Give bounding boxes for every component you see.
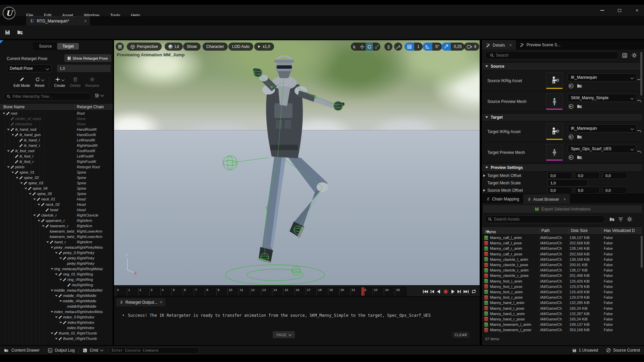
- filter-options-button[interactable]: [95, 93, 103, 98]
- chevron-down-icon[interactable]: [41, 78, 45, 81]
- bone-tree-row[interactable]: pinky_03_r RightPinky: [0, 261, 113, 266]
- timeline-strip[interactable]: 0123456789101112131415161718192021222324…: [115, 287, 407, 296]
- play-reverse-button[interactable]: [437, 289, 440, 294]
- asset-row[interactable]: Manny_clavicle_r_anim /All/Game/Ch 138,1…: [482, 267, 640, 273]
- tab-preview-scene-settings[interactable]: Preview Scene S...: [516, 40, 565, 50]
- playback-speed-button[interactable]: x1,0: [254, 43, 274, 51]
- folder-filter-icon[interactable]: [609, 217, 615, 222]
- target-ikrig-dropdown[interactable]: IK_Mannequin: [568, 124, 636, 132]
- ikrig-thumbnail[interactable]: [546, 123, 563, 140]
- scale-snap-control[interactable]: 0,25: [441, 43, 465, 51]
- minimize-icon[interactable]: [598, 7, 606, 13]
- offset-x-field[interactable]: 0,0: [547, 172, 572, 179]
- asset-row[interactable]: Manny_hand_r_pose /All/Game/Ch 165,24 Ki…: [482, 316, 640, 322]
- coordinate-space-button[interactable]: [384, 43, 392, 51]
- clear-button[interactable]: CLEAR: [452, 331, 470, 338]
- show-retarget-pose-button[interactable]: Show Retarget Pose: [64, 54, 111, 62]
- tab-chain-mapping[interactable]: Chain Mapping: [482, 194, 523, 204]
- timeline-frame[interactable]: 9: [216, 287, 227, 296]
- asset-row[interactable]: Manny_hand_l_pose /All/Game/Ch 165,24 Ki…: [482, 305, 640, 311]
- create-button[interactable]: Create: [54, 77, 65, 87]
- expander-icon[interactable]: [59, 300, 62, 302]
- timeline-frame[interactable]: 6: [183, 287, 194, 296]
- asset-row[interactable]: Manny_calf_r_anim /All/Game/Ch 138,146 K…: [482, 246, 640, 251]
- use-selected-icon[interactable]: [569, 155, 574, 160]
- use-selected-icon[interactable]: [569, 104, 574, 109]
- bone-tree-row[interactable]: index_03_r RightIndex: [0, 325, 113, 330]
- section-target[interactable]: Target: [482, 113, 642, 121]
- ikrig-thumbnail[interactable]: [546, 72, 563, 89]
- browse-to-icon[interactable]: [577, 83, 583, 88]
- lit-mode-button[interactable]: Lit: [165, 43, 183, 51]
- asset-search[interactable]: [485, 215, 605, 223]
- scale-snap-value[interactable]: 0,25: [451, 43, 465, 51]
- bone-tree-row[interactable]: ik_hand_l LeftHandIK: [0, 137, 113, 143]
- bone-tree-row[interactable]: spine_01 Spine: [0, 170, 113, 175]
- rename-button[interactable]: Rename: [85, 77, 99, 87]
- perspective-button[interactable]: Perspective: [127, 43, 162, 51]
- gear-icon[interactable]: [632, 53, 637, 58]
- angle-snap-icon[interactable]: [423, 43, 432, 51]
- bone-tree-row[interactable]: middle_metaca RightMiddleMet: [0, 288, 113, 293]
- expander-icon[interactable]: [51, 290, 53, 291]
- timeline-frame[interactable]: 8: [205, 287, 216, 296]
- details-scrollbar[interactable]: [640, 52, 642, 96]
- viewport-menu-button[interactable]: [116, 43, 124, 51]
- bone-tree-row[interactable]: spine_02 Spine: [0, 175, 113, 180]
- bone-tree-row[interactable]: interaction None: [0, 121, 113, 127]
- bone-tree-row[interactable]: ik_hand_r RightHandIK: [0, 143, 113, 148]
- timeline-frame[interactable]: 2: [138, 287, 149, 296]
- bone-tree-row[interactable]: ring_03_r RightRing: [0, 282, 113, 288]
- tab-close-icon[interactable]: ×: [509, 43, 512, 48]
- bone-tree-row[interactable]: ring_metacarpa RightRingMetac: [0, 266, 113, 272]
- expander-icon[interactable]: [46, 241, 49, 243]
- timeline-frame[interactable]: 1: [127, 287, 138, 296]
- expander-icon[interactable]: [59, 257, 62, 259]
- bone-tree-row[interactable]: center_of_mass None: [0, 116, 113, 121]
- retarget-output-tab[interactable]: Retarget Output... ×: [116, 298, 165, 306]
- bone-tree-row[interactable]: clavicle_r RightClavicle: [0, 213, 113, 218]
- bone-tree-row[interactable]: spine_05 Spine: [0, 191, 113, 196]
- expander-icon[interactable]: [42, 225, 45, 227]
- source-control-button[interactable]: Source Control: [602, 346, 644, 355]
- bone-tree-row[interactable]: lowerarm_r RightArm: [0, 223, 113, 229]
- bone-tree-row[interactable]: head Head: [0, 207, 113, 213]
- asset-row[interactable]: Manny_lowerarm_l_anim /All/Game/Ch 199,1…: [482, 322, 640, 327]
- expander-icon[interactable]: [51, 311, 53, 313]
- timeline-frame[interactable]: 19: [328, 287, 339, 296]
- timeline-frame[interactable]: 18: [317, 287, 328, 296]
- pose-blend-value[interactable]: 1,0: [57, 65, 111, 72]
- column-divider[interactable]: [74, 104, 75, 110]
- asset-row[interactable]: Manny_clavicle_l_pose /All/Game/Ch 200,9…: [482, 262, 640, 267]
- tab-close-icon[interactable]: ×: [564, 197, 566, 202]
- expander-icon[interactable]: [7, 129, 10, 130]
- expander-icon[interactable]: [38, 220, 40, 222]
- offset-y-field[interactable]: 0,0: [575, 172, 600, 179]
- scale-field[interactable]: 1,0: [547, 179, 588, 186]
- bone-tree-row[interactable]: ik_foot_root FootRootIK: [0, 148, 113, 154]
- maximize-icon[interactable]: [615, 7, 624, 13]
- expander-icon[interactable]: [20, 182, 23, 184]
- bone-tree-row[interactable]: middle_01_r RightMiddle: [0, 293, 113, 298]
- move-tool-icon[interactable]: [358, 43, 366, 51]
- reset-to-default-icon[interactable]: [637, 99, 642, 104]
- rotate-tool-icon[interactable]: [366, 43, 373, 51]
- loop-button[interactable]: [471, 289, 476, 294]
- timeline-frame[interactable]: 13: [261, 287, 272, 296]
- expand-icon[interactable]: [483, 174, 485, 177]
- scale-tool-icon[interactable]: [373, 43, 380, 51]
- select-tool-icon[interactable]: [351, 43, 358, 51]
- tab-close-icon[interactable]: ×: [84, 19, 87, 23]
- tab-asset-browser[interactable]: Asset Browser ×: [523, 194, 570, 204]
- offset-x-field[interactable]: 0,0: [547, 187, 572, 194]
- asset-row[interactable]: Manny_foot_r_anim /All/Game/Ch 126,428 K…: [482, 289, 640, 295]
- snap-settings-button[interactable]: [394, 43, 402, 51]
- character-button[interactable]: Character: [203, 43, 228, 51]
- bone-tree-row[interactable]: spine_03 Spine: [0, 180, 113, 186]
- cmd-dropdown[interactable]: Cmd: [79, 346, 107, 355]
- asset-row[interactable]: Manny_foot_l_pose /All/Game/Ch 129,078 K…: [482, 284, 640, 289]
- asset-row[interactable]: Manny_hand_l_anim /All/Game/Ch 132,285 K…: [482, 300, 640, 305]
- timeline-frame[interactable]: 25: [395, 287, 406, 296]
- bone-tree-row[interactable]: pinky_metacarp RightPinkyMeta: [0, 245, 113, 250]
- asset-row[interactable]: Manny_calf_l_pose /All/Game/Ch 202,568 K…: [482, 240, 640, 246]
